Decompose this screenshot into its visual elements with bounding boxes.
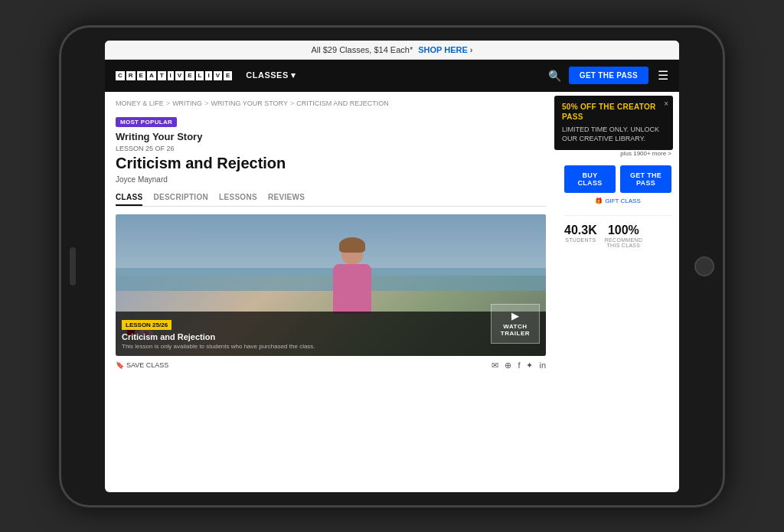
- bookmark-icon: 🔖: [116, 361, 124, 369]
- tab-lessons[interactable]: LESSONS: [219, 190, 257, 206]
- breadcrumb-sep-2: >: [204, 100, 208, 107]
- stats-section: 40.3K STUDENTS 100% RECOMMENDTHIS CLASS: [564, 215, 671, 248]
- facebook-share-icon[interactable]: f: [518, 361, 520, 370]
- class-series-title: Writing Your Story: [116, 131, 546, 142]
- main-content: MONEY & LIFE > WRITING > WRITING YOUR ST…: [105, 92, 679, 492]
- breadcrumb-item-1[interactable]: MONEY & LIFE: [116, 100, 164, 107]
- breadcrumb-sep-1: >: [166, 100, 170, 107]
- watch-trailer-label: WATCHTRAILER: [501, 323, 530, 337]
- recommend-label: RECOMMENDTHIS CLASS: [605, 237, 642, 248]
- play-icon: ▶: [511, 311, 519, 321]
- share-icons: ✉ ⊕ f ✦ in: [492, 361, 546, 370]
- action-buttons: BUY CLASS GET THE PASS: [564, 165, 671, 193]
- person-head: [341, 241, 363, 264]
- breadcrumb-item-4: CRITICISM AND REJECTION: [296, 100, 389, 107]
- tab-class[interactable]: CLASS: [116, 190, 142, 206]
- search-icon[interactable]: 🔍: [548, 70, 561, 82]
- video-overlay: LESSON 25/26 Criticism and Rejection Thi…: [116, 312, 546, 355]
- recommend-value: 100%: [605, 224, 642, 237]
- logo-e: E: [137, 71, 145, 80]
- logo-e3: E: [224, 71, 232, 80]
- stat-students: 40.3K STUDENTS: [564, 224, 597, 248]
- instructor-name: Joyce Maynard: [116, 175, 546, 184]
- logo-l: L: [196, 71, 204, 80]
- logo[interactable]: C R E A T I V E L I V E: [116, 71, 232, 80]
- logo-a: A: [147, 71, 156, 80]
- pinterest-share-icon[interactable]: ⊕: [505, 361, 511, 370]
- navbar: C R E A T I V E L I V E CLASSES ▾ 🔍 GET …: [105, 60, 679, 92]
- tab-description[interactable]: DESCRIPTION: [153, 190, 208, 206]
- gift-class-link[interactable]: 🎁 GIFT CLASS: [564, 197, 671, 204]
- lesson-label: LESSON 25 OF 26: [116, 145, 546, 152]
- twitter-share-icon[interactable]: ✦: [526, 361, 533, 370]
- breadcrumb: MONEY & LIFE > WRITING > WRITING YOUR ST…: [116, 100, 546, 107]
- students-label: STUDENTS: [564, 237, 597, 243]
- watch-trailer-button[interactable]: ▶ WATCHTRAILER: [491, 304, 540, 344]
- logo-c: C: [116, 71, 125, 80]
- buy-class-button[interactable]: BUY CLASS: [564, 165, 616, 193]
- linkedin-share-icon[interactable]: in: [539, 361, 546, 370]
- hamburger-icon[interactable]: ☰: [658, 68, 668, 83]
- save-class-button[interactable]: 🔖 SAVE CLASS: [116, 361, 168, 369]
- save-class-label: SAVE CLASS: [126, 361, 168, 369]
- promo-close-button[interactable]: ×: [664, 100, 668, 108]
- stat-recommend: 100% RECOMMENDTHIS CLASS: [605, 224, 642, 248]
- gift-class-label: GIFT CLASS: [605, 197, 641, 204]
- announcement-text: All $29 Classes, $14 Each*: [311, 45, 413, 54]
- promo-subtitle: LIMITED TIME ONLY. UNLOCK OUR CREATIVE L…: [562, 125, 665, 144]
- shop-link[interactable]: SHOP HERE ›: [418, 45, 472, 54]
- get-pass-nav-button[interactable]: GET THE PASS: [569, 67, 648, 84]
- left-column: MONEY & LIFE > WRITING > WRITING YOUR ST…: [105, 92, 557, 492]
- logo-t: T: [158, 71, 166, 80]
- logo-v2: V: [214, 71, 222, 80]
- logo-r: R: [126, 71, 136, 80]
- person-hair: [339, 237, 365, 253]
- video-lesson-title: Criticism and Rejection: [122, 332, 540, 341]
- right-column: $89 $149 Sale EndsSoon! starting at $13/…: [557, 92, 679, 492]
- tabs-bar: CLASS DESCRIPTION LESSONS REVIEWS: [116, 190, 546, 207]
- lesson-badge-video: LESSON 25/26: [122, 320, 172, 330]
- class-heading: Criticism and Rejection: [116, 155, 546, 171]
- breadcrumb-item-2[interactable]: WRITING: [172, 100, 202, 107]
- logo-e2: E: [185, 71, 194, 80]
- breadcrumb-sep-3: >: [290, 100, 294, 107]
- breadcrumb-item-3[interactable]: WRITING YOUR STORY: [211, 100, 288, 107]
- logo-i: I: [168, 71, 174, 80]
- classes-nav[interactable]: CLASSES ▾: [246, 70, 296, 80]
- promo-title: 50% OFF THE CREATOR PASS: [562, 102, 665, 122]
- promo-popup: × 50% OFF THE CREATOR PASS LIMITED TIME …: [554, 96, 673, 150]
- email-share-icon[interactable]: ✉: [492, 361, 498, 370]
- video-actions: 🔖 SAVE CLASS ✉ ⊕ f ✦ in: [116, 356, 546, 375]
- logo-v: V: [175, 71, 184, 80]
- popular-badge: MOST POPULAR: [116, 117, 177, 127]
- gift-icon: 🎁: [595, 197, 603, 204]
- announcement-bar: All $29 Classes, $14 Each* SHOP HERE ›: [105, 41, 679, 60]
- tab-reviews[interactable]: REVIEWS: [268, 190, 305, 206]
- get-pass-button[interactable]: GET THE PASS: [620, 165, 671, 193]
- video-lesson-sub: This lesson is only available to student…: [122, 343, 540, 351]
- person-body: [333, 264, 371, 314]
- video-container: 🌹🌸 LESSON 25/26 Criticism and Rejection …: [116, 214, 546, 356]
- logo-i2: I: [205, 71, 211, 80]
- students-value: 40.3K: [564, 224, 597, 237]
